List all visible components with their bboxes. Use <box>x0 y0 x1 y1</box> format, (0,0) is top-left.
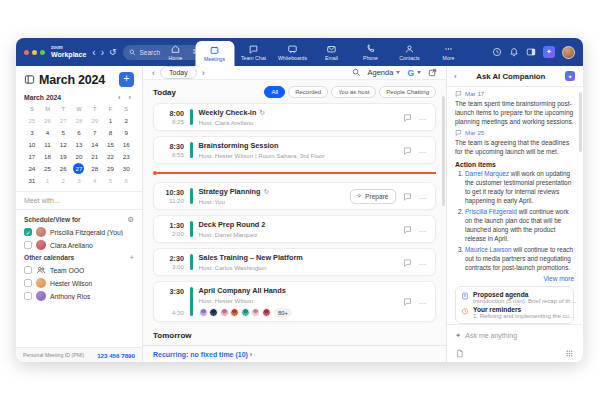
user-avatar[interactable] <box>562 46 575 59</box>
event-card-sales-training[interactable]: 2:303:00 Sales Training – New Platform H… <box>153 248 436 276</box>
calendar-day[interactable]: 27 <box>55 115 71 126</box>
chat-icon[interactable] <box>403 225 412 234</box>
more-options-button[interactable]: … <box>419 225 428 234</box>
calendar-person-row[interactable]: Anthony Rios <box>24 291 134 301</box>
calendar-day[interactable]: 22 <box>103 151 119 162</box>
calendar-day[interactable]: 3 <box>71 175 87 186</box>
tab-home[interactable]: Home <box>156 38 195 66</box>
calendar-day[interactable]: 29 <box>87 115 103 126</box>
add-calendar-button[interactable]: + <box>130 253 134 262</box>
checkbox-unchecked[interactable] <box>24 292 32 300</box>
pmi-number[interactable]: 123 456 7890 <box>97 352 135 359</box>
calendar-day[interactable]: 2 <box>118 115 134 126</box>
calendar-day[interactable]: 28 <box>71 115 87 126</box>
chat-icon[interactable] <box>403 258 412 267</box>
calendar-person-row[interactable]: ✓ Priscilla Fitzgerald (You) <box>24 227 134 237</box>
chat-icon[interactable] <box>403 146 412 155</box>
mini-calendar-nav[interactable]: ‹ › <box>118 93 134 102</box>
calendar-person-row[interactable]: Clara Arellano <box>24 240 134 250</box>
more-options-button[interactable]: … <box>419 146 428 155</box>
open-external-icon[interactable] <box>428 68 437 77</box>
prepare-button[interactable]: ✧Prepare <box>350 189 396 204</box>
event-card-strategy-planning[interactable]: 10:3011:20 Strategy Planning↻ Host: You … <box>153 182 436 210</box>
tab-email[interactable]: Email <box>312 38 351 66</box>
calendar-day[interactable]: 26 <box>55 163 71 174</box>
tab-whiteboards[interactable]: Whiteboards <box>273 38 312 66</box>
calendar-day[interactable]: 5 <box>55 127 71 138</box>
checkbox-checked[interactable]: ✓ <box>24 228 32 236</box>
tab-contacts[interactable]: Contacts <box>390 38 429 66</box>
calendar-day[interactable]: 4 <box>40 127 56 138</box>
calendar-day[interactable]: 25 <box>24 115 40 126</box>
calendar-day[interactable]: 25 <box>40 163 56 174</box>
attach-file-icon[interactable] <box>455 349 464 358</box>
nav-back-icon[interactable]: ‹ <box>92 47 95 58</box>
minimize-window-button[interactable] <box>32 50 37 55</box>
nav-forward-icon[interactable]: › <box>101 47 104 58</box>
calendar-day[interactable]: 4 <box>87 175 103 186</box>
maximize-window-button[interactable] <box>40 50 45 55</box>
ask-input[interactable]: ✦ Ask me anything <box>455 331 574 340</box>
add-meeting-button[interactable]: + <box>119 72 134 87</box>
more-options-button[interactable]: … <box>419 297 428 306</box>
calendar-day[interactable]: 20 <box>71 151 87 162</box>
calendar-day[interactable]: 14 <box>87 139 103 150</box>
collapse-panel-icon[interactable] <box>24 74 35 85</box>
person-link[interactable]: Maurice Lawson <box>465 246 512 253</box>
event-card-deck-prep[interactable]: 1:302:00 Deck Prep Round 2 Host: Darrel … <box>153 215 436 243</box>
checkbox-unchecked[interactable] <box>24 266 32 274</box>
calendar-day[interactable]: 1 <box>103 115 119 126</box>
close-window-button[interactable] <box>24 50 29 55</box>
gear-icon[interactable]: ⚙ <box>127 215 134 224</box>
calendar-day[interactable]: 6 <box>118 175 134 186</box>
checkbox-unchecked[interactable] <box>24 279 32 287</box>
calendar-day[interactable]: 19 <box>55 151 71 162</box>
next-day-button[interactable]: › <box>202 68 205 78</box>
window-controls[interactable] <box>24 50 45 55</box>
more-options-button[interactable]: … <box>419 113 428 122</box>
filter-all[interactable]: All <box>264 86 285 98</box>
calendar-day[interactable]: 17 <box>24 151 40 162</box>
tab-phone[interactable]: Phone <box>351 38 390 66</box>
calendar-row-team[interactable]: Team OOO <box>24 265 134 275</box>
prev-day-button[interactable]: ‹ <box>152 68 155 78</box>
calendar-day[interactable]: 15 <box>103 139 119 150</box>
agenda-card[interactable]: Proposed agenda Introduction (5 min). Br… <box>455 286 574 324</box>
calendar-day[interactable]: 7 <box>87 127 103 138</box>
event-card-weekly-checkin[interactable]: 8:008:25 Weekly Check-in↻ Host: Clara Ar… <box>153 103 436 131</box>
calendar-day[interactable]: 2 <box>55 175 71 186</box>
filter-recorded[interactable]: Recorded <box>288 86 328 98</box>
calendar-day[interactable]: 12 <box>55 139 71 150</box>
person-link[interactable]: Priscilla Fitzgerald <box>465 208 517 215</box>
chat-icon[interactable] <box>403 297 412 306</box>
event-card-all-hands[interactable]: 3:304:30 April Company All Hands Host: H… <box>153 281 436 322</box>
checkbox-unchecked[interactable] <box>24 241 32 249</box>
tab-meetings[interactable]: Meetings <box>195 41 234 66</box>
calendar-day[interactable]: 27 <box>73 163 84 174</box>
meet-with-input[interactable]: Meet with... <box>16 191 142 210</box>
person-link[interactable]: Darrel Marquez <box>465 170 509 177</box>
calendar-day[interactable]: 5 <box>103 175 119 186</box>
calendar-day[interactable]: 31 <box>24 175 40 186</box>
calendar-day[interactable]: 10 <box>24 139 40 150</box>
clock-icon[interactable] <box>492 47 502 57</box>
calendar-day[interactable]: 18 <box>40 151 56 162</box>
chat-icon[interactable] <box>403 113 412 122</box>
today-button[interactable]: Today <box>160 66 197 79</box>
more-options-button[interactable]: … <box>419 258 428 267</box>
event-card-brainstorming[interactable]: 8:308:55 Brainstorming Session Host: Hes… <box>153 136 436 164</box>
tab-more[interactable]: More <box>429 38 468 66</box>
filter-you-as-host[interactable]: You as host <box>331 86 376 98</box>
calendar-day[interactable]: 11 <box>40 139 56 150</box>
side-panel-icon[interactable] <box>526 47 536 57</box>
calendar-day[interactable]: 30 <box>118 163 134 174</box>
view-more-link[interactable]: View more <box>455 275 574 282</box>
history-icon[interactable]: ↺ <box>109 47 117 57</box>
notifications-bell-icon[interactable] <box>509 47 519 57</box>
calendar-day[interactable]: 28 <box>87 163 103 174</box>
calendar-day[interactable]: 6 <box>71 127 87 138</box>
chat-icon[interactable] <box>403 192 412 201</box>
search-icon[interactable] <box>352 68 361 77</box>
calendar-day[interactable]: 24 <box>24 163 40 174</box>
calendar-day[interactable]: 8 <box>103 127 119 138</box>
